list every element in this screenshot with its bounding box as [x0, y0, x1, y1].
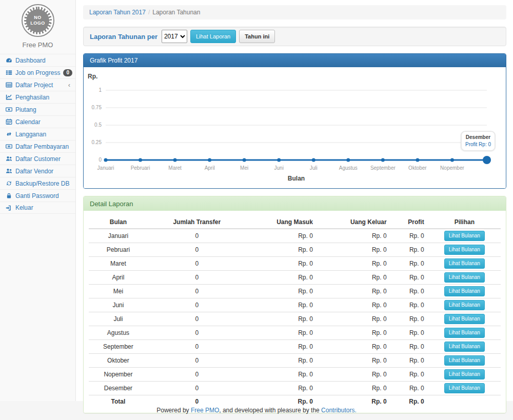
chevron-left-icon: ‹: [68, 82, 70, 88]
table-cell: Rp. 0: [391, 340, 428, 354]
total-cell: Total: [89, 395, 148, 408]
sidebar-item-daftar-customer[interactable]: Daftar Customer: [0, 152, 75, 165]
column-header: Jumlah Transfer: [148, 216, 246, 229]
table-header-row: BulanJumlah TransferUang MasukUang Kelua…: [89, 216, 501, 229]
column-header: Uang Masuk: [246, 216, 317, 229]
table-cell: Rp. 0: [317, 257, 391, 271]
table-cell: 0: [148, 312, 246, 326]
page: NO LOGO Free PMO Dashboard Job on Progre…: [0, 0, 513, 401]
sidebar-item-daftar-vendor[interactable]: Daftar Vendor: [0, 165, 75, 177]
users-icon: [5, 168, 12, 174]
sidebar-item-backup-restore-db[interactable]: Backup/Restore DB: [0, 177, 75, 189]
profit-chart-panel: Grafik Profit 2017 00.250.50.751JanuariP…: [83, 53, 506, 189]
table-cell: September: [89, 340, 148, 354]
breadcrumb: Laporan Tahun 2017/Laporan Tahunan: [83, 5, 506, 19]
sidebar-item-calendar[interactable]: Calendar: [0, 115, 75, 128]
sidebar-item-daftar-project[interactable]: Daftar Project ‹: [0, 78, 75, 91]
lihat-bulanan-button[interactable]: Lihat Bulanan: [444, 231, 485, 241]
contributors-link[interactable]: Contributors.: [321, 407, 357, 414]
table-cell: Rp. 0: [317, 326, 391, 340]
table-cell: 0: [148, 340, 246, 354]
detail-laporan-panel: Detail Laporan BulanJumlah TransferUang …: [83, 196, 506, 413]
table-cell: Januari: [89, 229, 148, 243]
sidebar-item-dashboard[interactable]: Dashboard: [0, 54, 75, 66]
sidebar-item-penghasilan[interactable]: Penghasilan: [0, 91, 75, 103]
table-row: Agustus0Rp. 0Rp. 0Rp. 0Lihat Bulanan: [89, 326, 501, 340]
list-icon: [5, 69, 12, 76]
table-total-row: Total0Rp. 0Rp. 0Rp. 0: [89, 395, 501, 408]
table-cell: Rp. 0: [317, 382, 391, 395]
sidebar-item-daftar-pembayaran[interactable]: Daftar Pembayaran: [0, 140, 75, 152]
table-row: Juli0Rp. 0Rp. 0Rp. 0Lihat Bulanan: [89, 312, 501, 326]
svg-text:September: September: [370, 165, 396, 171]
svg-text:April: April: [205, 165, 215, 171]
column-header: Profit: [391, 216, 428, 229]
table-cell: Lihat Bulanan: [428, 229, 501, 243]
table-cell: Rp. 0: [391, 382, 428, 395]
lihat-bulanan-button[interactable]: Lihat Bulanan: [444, 245, 485, 255]
table-cell: Pebruari: [89, 243, 148, 257]
lihat-bulanan-button[interactable]: Lihat Bulanan: [444, 383, 485, 393]
table-cell: Rp. 0: [317, 243, 391, 257]
table-cell: 0: [148, 298, 246, 312]
table-row: Januari0Rp. 0Rp. 0Rp. 0Lihat Bulanan: [89, 229, 501, 243]
lihat-bulanan-button[interactable]: Lihat Bulanan: [444, 272, 485, 283]
table-cell: Rp. 0: [391, 312, 428, 326]
table-cell: Rp. 0: [317, 271, 391, 285]
table-cell: Rp. 0: [246, 368, 317, 382]
table-cell: Rp. 0: [391, 368, 428, 382]
table-cell: Lihat Bulanan: [428, 285, 501, 298]
chart-line-icon: [5, 94, 12, 101]
table-cell: Rp. 0: [246, 326, 317, 340]
lock-icon: [5, 192, 12, 199]
sidebar-item-piutang[interactable]: Piutang: [0, 103, 75, 115]
retweet-icon: [5, 131, 12, 137]
lihat-bulanan-button[interactable]: Lihat Bulanan: [444, 286, 485, 296]
sidebar-item-ganti-password[interactable]: Ganti Password: [0, 189, 75, 202]
table-cell: 0: [148, 271, 246, 285]
svg-text:0.5: 0.5: [94, 122, 102, 128]
lihat-bulanan-button[interactable]: Lihat Bulanan: [444, 342, 485, 352]
table-cell: Mei: [89, 285, 148, 298]
table-cell: April: [89, 271, 148, 285]
table-cell: Lihat Bulanan: [428, 326, 501, 340]
table-cell: Juni: [89, 298, 148, 312]
lihat-bulanan-button[interactable]: Lihat Bulanan: [444, 328, 485, 338]
table-cell: Rp. 0: [317, 312, 391, 326]
table-cell: Rp. 0: [317, 285, 391, 298]
profit-chart: 00.250.50.751JanuariPebruariMaretAprilMe…: [84, 67, 506, 188]
table-cell: Lihat Bulanan: [428, 340, 501, 354]
svg-text:Januari: Januari: [97, 165, 114, 171]
breadcrumb-link[interactable]: Laporan Tahun 2017: [89, 9, 146, 16]
refresh-icon: [5, 180, 12, 187]
table-cell: Rp. 0: [391, 285, 428, 298]
table-row: Mei0Rp. 0Rp. 0Rp. 0Lihat Bulanan: [89, 285, 501, 298]
sidebar-item-job-on-progress[interactable]: Job on Progress 0: [0, 66, 75, 78]
svg-text:Juli: Juli: [310, 165, 318, 171]
sidebar-item-keluar[interactable]: Keluar: [0, 202, 75, 214]
svg-text:0.25: 0.25: [92, 139, 102, 145]
lihat-bulanan-button[interactable]: Lihat Bulanan: [444, 314, 485, 324]
table-cell: Rp. 0: [246, 243, 317, 257]
svg-text:1: 1: [98, 87, 102, 93]
sidebar-menu: Dashboard Job on Progress 0 Daftar Proje…: [0, 54, 75, 214]
table-cell: Lihat Bulanan: [428, 382, 501, 395]
table-cell: Rp. 0: [391, 243, 428, 257]
table-cell: 0: [148, 257, 246, 271]
sidebar-item-langganan[interactable]: Langganan: [0, 128, 75, 140]
lihat-bulanan-button[interactable]: Lihat Bulanan: [444, 300, 485, 310]
svg-text:0: 0: [98, 157, 102, 163]
lihat-bulanan-button[interactable]: Lihat Bulanan: [444, 258, 485, 269]
tahun-ini-button[interactable]: Tahun ini: [239, 30, 275, 43]
table-cell: 0: [148, 382, 246, 395]
year-select[interactable]: 2017: [162, 30, 187, 43]
table-row: Nopember0Rp. 0Rp. 0Rp. 0Lihat Bulanan: [89, 368, 501, 382]
lihat-laporan-button[interactable]: Lihat Laporan: [190, 30, 236, 43]
table-cell: Rp. 0: [391, 271, 428, 285]
lihat-bulanan-button[interactable]: Lihat Bulanan: [444, 369, 485, 379]
lihat-bulanan-button[interactable]: Lihat Bulanan: [444, 355, 485, 366]
table-cell: Maret: [89, 257, 148, 271]
free-pmo-link[interactable]: Free PMO: [191, 407, 219, 414]
table-cell: Rp. 0: [317, 354, 391, 368]
no-logo-badge: NO LOGO: [22, 4, 54, 37]
